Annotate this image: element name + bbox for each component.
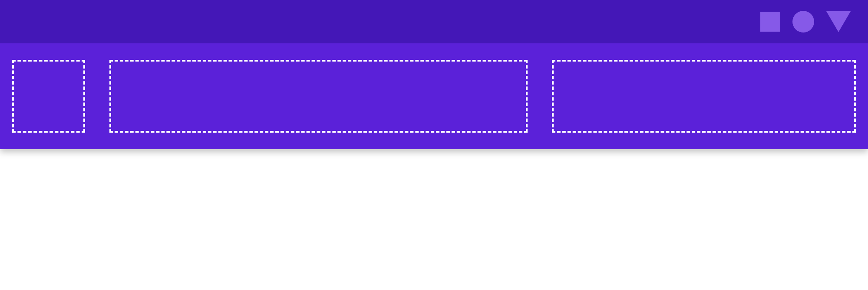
square-icon [760,12,780,32]
app-bar-container [0,0,868,149]
circle-icon [792,11,814,33]
triangle-icon [826,11,851,32]
action-items-slot[interactable] [552,60,856,133]
status-bar [0,0,868,43]
navigation-icon-slot[interactable] [12,60,85,133]
title-slot [109,60,528,133]
app-bar-toolbar [0,43,868,149]
